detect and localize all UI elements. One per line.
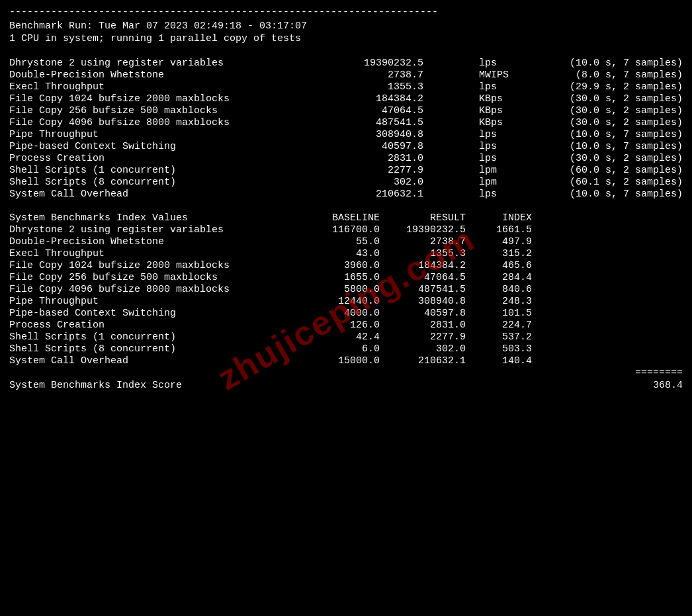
benchmark-detail: (10.0 s, 7 samples) [564,141,683,152]
index-row-baseline: 55.0 [294,236,380,247]
index-row-result: 487541.5 [380,284,466,295]
index-data-row: Pipe Throughput12440.0308940.8248.3 [9,296,683,307]
benchmark-detail: (30.0 s, 2 samples) [564,117,683,128]
benchmark-unit: lps [474,129,513,140]
index-section: System Benchmarks Index ValuesBASELINERE… [9,212,683,391]
benchmark-value: 302.0 [344,177,423,188]
benchmark-row: System Call Overhead210632.1lps(10.0 s, … [9,189,683,200]
index-row-result: 302.0 [380,343,466,355]
index-data-row: Double-Precision Whetstone55.02738.7497.… [9,236,683,247]
benchmark-name: Execl Throughput [9,81,294,93]
index-data-row: Pipe-based Context Switching4000.040597.… [9,308,683,319]
index-data-row: File Copy 256 bufsize 500 maxblocks1655.… [9,272,683,283]
index-data-row: File Copy 1024 bufsize 2000 maxblocks396… [9,260,683,271]
index-row-index: 315.2 [466,248,532,259]
benchmark-detail: (60.0 s, 2 samples) [564,165,683,176]
benchmark-value: 2738.7 [344,69,423,81]
index-row-baseline: 3960.0 [294,260,380,271]
index-row-baseline: 5800.0 [294,284,380,295]
benchmark-detail: (10.0 s, 7 samples) [564,129,683,140]
benchmark-name: Process Creation [9,153,294,164]
benchmark-name: Dhrystone 2 using register variables [9,58,294,69]
benchmark-detail: (29.9 s, 2 samples) [564,81,683,93]
index-header-index: INDEX [466,212,532,224]
index-row-result: 210632.1 [380,355,466,367]
index-data-row: Shell Scripts (8 concurrent)6.0302.0503.… [9,343,683,355]
index-table-header: System Benchmarks Index ValuesBASELINERE… [9,212,683,224]
index-row-name: System Call Overhead [9,355,294,367]
index-row-result: 2277.9 [380,331,466,343]
index-row-result: 40597.8 [380,308,466,319]
index-row-result: 2738.7 [380,236,466,247]
benchmark-unit: KBps [474,117,513,128]
benchmark-unit: KBps [474,93,513,105]
index-row-index: 248.3 [466,296,532,307]
index-row-name: Execl Throughput [9,248,294,259]
benchmark-unit: lpm [474,165,513,176]
benchmark-row: Dhrystone 2 using register variables1939… [9,58,683,69]
benchmark-name: System Call Overhead [9,189,294,200]
index-row-baseline: 1655.0 [294,272,380,283]
index-row-index: 497.9 [466,236,532,247]
separator: ----------------------------------------… [9,7,683,18]
index-row-name: File Copy 256 bufsize 500 maxblocks [9,272,294,283]
index-row-index: 284.4 [466,272,532,283]
index-data-row: Dhrystone 2 using register variables1167… [9,224,683,236]
benchmark-row: Pipe Throughput308940.8lps(10.0 s, 7 sam… [9,129,683,140]
index-row-name: Process Creation [9,320,294,331]
benchmark-detail: (30.0 s, 2 samples) [564,93,683,105]
benchmark-row: Pipe-based Context Switching40597.8lps(1… [9,141,683,152]
benchmark-unit: lps [474,81,513,93]
index-data-row: Execl Throughput43.01355.3315.2 [9,248,683,259]
benchmark-unit: lpm [474,177,513,188]
benchmark-row: Execl Throughput1355.3lps(29.9 s, 2 samp… [9,81,683,93]
index-row-baseline: 6.0 [294,343,380,355]
index-row-result: 19390232.5 [380,224,466,236]
index-row-index: 503.3 [466,343,532,355]
benchmark-value: 1355.3 [344,81,423,93]
index-header-name: System Benchmarks Index Values [9,212,294,224]
benchmark-value: 487541.5 [344,117,423,128]
index-row-result: 2831.0 [380,320,466,331]
index-row-index: 140.4 [466,355,532,367]
benchmark-unit: KBps [474,105,513,116]
benchmarks-section: Dhrystone 2 using register variables1939… [9,58,683,200]
benchmark-name: Shell Scripts (8 concurrent) [9,177,294,188]
index-row-baseline: 15000.0 [294,355,380,367]
index-row-result: 1355.3 [380,248,466,259]
score-label: System Benchmarks Index Score [9,380,182,391]
benchmark-value: 2277.9 [344,165,423,176]
benchmark-name: Pipe Throughput [9,129,294,140]
index-row-name: Shell Scripts (8 concurrent) [9,343,294,355]
index-row-baseline: 43.0 [294,248,380,259]
benchmark-row: Double-Precision Whetstone2738.7MWIPS(8.… [9,69,683,81]
benchmark-unit: MWIPS [474,69,513,81]
benchmark-name: Pipe-based Context Switching [9,141,294,152]
index-row-result: 184384.2 [380,260,466,271]
benchmark-row: File Copy 4096 bufsize 8000 maxblocks487… [9,117,683,128]
benchmark-value: 308940.8 [344,129,423,140]
index-row-baseline: 126.0 [294,320,380,331]
index-row-name: Pipe-based Context Switching [9,308,294,319]
index-row-baseline: 42.4 [294,331,380,343]
score-row: System Benchmarks Index Score368.4 [9,380,683,391]
index-data-row: Process Creation126.02831.0224.7 [9,320,683,331]
benchmark-unit: lps [474,153,513,164]
index-data-row: System Call Overhead15000.0210632.1140.4 [9,355,683,367]
benchmark-detail: (30.0 s, 2 samples) [564,153,683,164]
benchmark-detail: (10.0 s, 7 samples) [564,189,683,200]
benchmark-name: Double-Precision Whetstone [9,69,294,81]
header-line1: Benchmark Run: Tue Mar 07 2023 02:49:18 … [9,21,683,32]
index-row-name: Dhrystone 2 using register variables [9,224,294,236]
benchmark-name: Shell Scripts (1 concurrent) [9,165,294,176]
index-row-index: 537.2 [466,331,532,343]
index-data-row: Shell Scripts (1 concurrent)42.42277.953… [9,331,683,343]
index-row-name: Shell Scripts (1 concurrent) [9,331,294,343]
benchmark-value: 184384.2 [344,93,423,105]
benchmark-name: File Copy 256 bufsize 500 maxblocks [9,105,294,116]
index-row-index: 465.6 [466,260,532,271]
index-data-row: File Copy 4096 bufsize 8000 maxblocks580… [9,284,683,295]
equals-row: ======== [9,367,683,378]
index-row-name: File Copy 4096 bufsize 8000 maxblocks [9,284,294,295]
benchmark-row: Shell Scripts (1 concurrent)2277.9lpm(60… [9,165,683,176]
